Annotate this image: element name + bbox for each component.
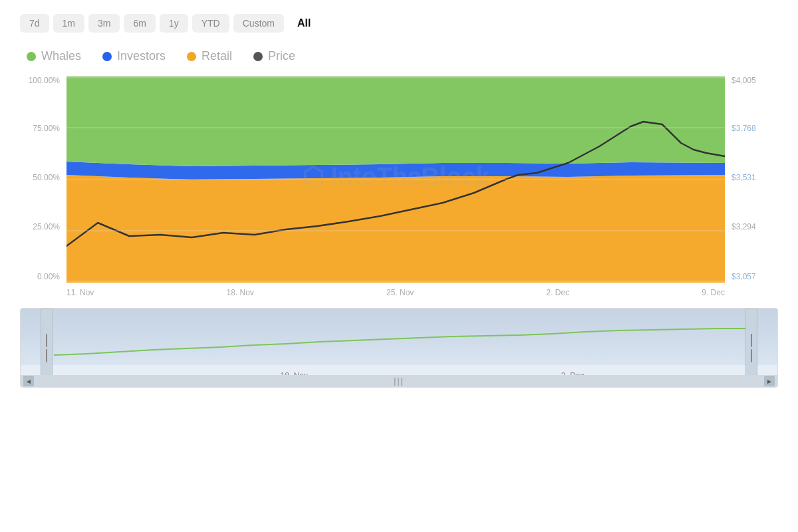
btn-1y[interactable]: 1y xyxy=(160,14,188,33)
investors-dot xyxy=(102,52,112,61)
y-left-75: 75.00% xyxy=(33,124,60,133)
scroll-left-arrow[interactable]: ◄ xyxy=(23,376,34,386)
btn-6m[interactable]: 6m xyxy=(124,14,155,33)
chart-legend: Whales Investors Retail Price xyxy=(20,49,778,63)
right-handle-lines xyxy=(751,334,752,362)
y-left-0: 0.00% xyxy=(37,272,60,281)
legend-price[interactable]: Price xyxy=(253,49,295,63)
retail-label: Retail xyxy=(201,49,232,63)
handle-line-2 xyxy=(46,349,47,362)
btn-all[interactable]: All xyxy=(288,13,320,33)
handle-line-4 xyxy=(751,349,752,362)
svg-text:⬡ IntoTheBlock: ⬡ IntoTheBlock xyxy=(302,162,490,192)
x-label-11nov: 11. Nov xyxy=(66,288,94,297)
navigator-inner: 18. Nov 2. Dec ◄ ||| ► xyxy=(21,309,777,387)
handle-line-1 xyxy=(46,334,47,347)
y-right-3057: $3,057 xyxy=(732,272,756,281)
main-chart-area: ⬡ IntoTheBlock xyxy=(66,76,725,283)
y-left-50: 50.00% xyxy=(33,173,60,182)
y-right-3531: $3,531 xyxy=(732,173,756,182)
y-axis-right: $4,005 $3,768 $3,531 $3,294 $3,057 xyxy=(726,76,778,283)
time-range-bar: 7d 1m 3m 6m 1y YTD Custom All xyxy=(20,13,778,33)
btn-7d[interactable]: 7d xyxy=(20,14,49,33)
legend-investors[interactable]: Investors xyxy=(102,49,166,63)
y-right-3768: $3,768 xyxy=(732,124,756,133)
y-left-25: 25.00% xyxy=(33,222,60,231)
svg-rect-9 xyxy=(21,309,777,365)
x-label-18nov: 18. Nov xyxy=(226,288,253,297)
btn-custom[interactable]: Custom xyxy=(233,14,284,33)
whales-label: Whales xyxy=(41,49,81,63)
price-dot xyxy=(253,52,263,61)
navigator-scrollbar: ◄ ||| ► xyxy=(21,375,777,387)
y-left-100: 100.00% xyxy=(29,76,60,85)
btn-ytd[interactable]: YTD xyxy=(192,14,229,33)
x-label-25nov: 25. Nov xyxy=(386,288,414,297)
y-right-3294: $3,294 xyxy=(732,222,756,231)
retail-dot xyxy=(187,52,196,61)
btn-3m[interactable]: 3m xyxy=(88,14,120,33)
legend-whales[interactable]: Whales xyxy=(27,49,81,63)
x-label-2dec: 2. Dec xyxy=(546,288,569,297)
main-container: 7d 1m 3m 6m 1y YTD Custom All Whales Inv… xyxy=(0,0,798,394)
whales-dot xyxy=(27,52,36,61)
investors-label: Investors xyxy=(117,49,166,63)
btn-1m[interactable]: 1m xyxy=(53,14,84,33)
x-axis: 11. Nov 18. Nov 25. Nov 2. Dec 9. Dec xyxy=(66,283,725,297)
svg-marker-2 xyxy=(66,76,725,166)
handle-line-3 xyxy=(751,334,752,347)
scroll-grip[interactable]: ||| xyxy=(394,376,404,386)
chart-wrapper: 100.00% 75.00% 50.00% 25.00% 0.00% xyxy=(20,76,778,283)
navigator[interactable]: 18. Nov 2. Dec ◄ ||| ► xyxy=(20,308,778,388)
price-label: Price xyxy=(268,49,295,63)
scroll-right-arrow[interactable]: ► xyxy=(764,376,775,386)
navigator-chart xyxy=(21,309,777,365)
y-axis-left: 100.00% 75.00% 50.00% 25.00% 0.00% xyxy=(20,76,65,283)
stacked-area-chart: ⬡ IntoTheBlock xyxy=(66,76,725,283)
left-handle-lines xyxy=(46,334,47,362)
y-right-4005: $4,005 xyxy=(732,76,756,85)
legend-retail[interactable]: Retail xyxy=(187,49,232,63)
x-label-9dec: 9. Dec xyxy=(702,288,725,297)
